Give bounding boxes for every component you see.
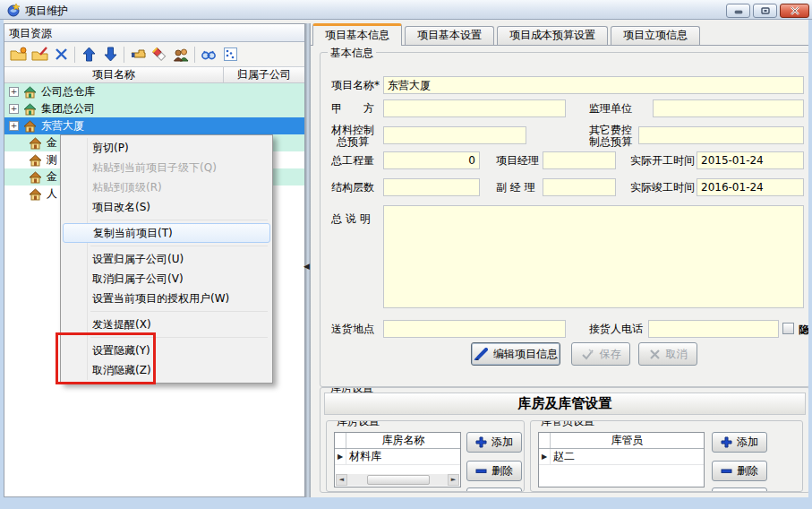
project-manager-input[interactable] [543,151,616,169]
table-row[interactable]: ▶ 材料库 [335,449,460,465]
window-border-bottom [0,497,812,509]
keeper-add-button[interactable]: 添加 [712,432,767,453]
expand-icon[interactable]: + [9,104,19,114]
actual-start-input[interactable]: 2015-01-24 [697,151,804,169]
plus-icon [475,436,487,448]
project-manager-label: 项目经理 [496,154,539,167]
horizontal-scrollbar[interactable]: ◄ ► [336,474,459,486]
warehouse-column-header: 库房名称 [346,433,460,448]
actual-end-label: 实际竣工时间 [630,181,695,194]
keeper-modify-button[interactable]: 修改 [712,487,767,492]
collapse-arrow-icon[interactable]: ◀ [303,262,310,271]
actual-end-input[interactable]: 2016-01-24 [697,178,804,196]
move-up-icon[interactable] [78,44,99,65]
menu-item-unset-subsidiary[interactable]: 取消归属子公司(V) [63,269,270,289]
tree-row-label: 金 [47,169,57,185]
menu-item-send-reminder[interactable]: 发送提醒(X) [63,315,270,334]
deputy-manager-input[interactable] [543,178,616,196]
tree-row-label: 人 [47,186,57,202]
house-icon [29,188,42,201]
column-project-name[interactable]: 项目名称 [4,67,224,82]
delivery-address-input[interactable] [383,320,566,338]
minimize-icon [733,7,744,15]
delete-icon[interactable] [50,44,72,65]
warehouse-add-button[interactable]: 添加 [466,432,522,453]
menu-item-paste-as-child: 粘贴到当前项目子级下(Q) [63,158,270,177]
material-budget-input[interactable] [383,126,526,144]
plus-icon [721,436,732,448]
tab-project-cost-budget-settings[interactable]: 项目成本预算设置 [497,26,608,45]
tree-column-header[interactable]: 项目名称 归属子公司 [4,67,304,83]
menu-item-set-subsidiary[interactable]: 设置归属子公司(U) [63,249,270,269]
sort-list-icon[interactable] [219,44,241,65]
warehouse-modify-button[interactable]: 修改 [466,487,522,492]
keeper-list-group: 库管员设置 库管员 ▶ 赵二 添加 [530,420,803,492]
total-quantity-input[interactable]: 0 [383,151,480,169]
minimize-button[interactable] [726,4,750,18]
search-icon[interactable] [198,44,219,65]
close-button[interactable] [780,4,809,18]
menu-item-rename-project[interactable]: 项目改名(S) [63,197,270,217]
basic-info-group: 基本信息 项目名称* 东营大厦 甲 方 监理单位 材料控制 总预算 其它费控 制… [320,52,810,387]
edit-folder-icon[interactable] [29,44,50,65]
warehouse-table-header: 库房名称 [335,433,460,449]
structure-floors-input[interactable] [383,178,480,196]
keeper-remove-button[interactable]: 删除 [712,461,767,481]
menu-item-copy-current-project[interactable]: 复制当前项目(T) [63,223,270,243]
pen-icon [474,348,488,360]
tab-project-basic-info[interactable]: 项目基本信息 [312,23,402,46]
warehouse-table[interactable]: 库房名称 ▶ 材料库 ◄ ► [334,432,461,487]
other-budget-input[interactable] [638,126,804,144]
expand-icon[interactable]: + [9,121,19,131]
panel-splitter[interactable]: ◀ [305,23,311,497]
title-bar: 项目维护 [0,0,812,20]
total-quantity-label: 总工程量 [331,154,374,167]
users-icon[interactable] [170,44,192,65]
house-icon [29,171,42,184]
cancel-button[interactable]: 取消 [638,342,697,366]
panel-title: 项目资源 [4,24,304,42]
project-name-input[interactable]: 东营大厦 [383,76,804,94]
summary-textarea[interactable] [383,205,804,308]
remove-label: 删除 [491,463,513,479]
warehouse-remove-button[interactable]: 删除 [466,461,522,481]
edit-project-info-button[interactable]: 编辑项目信息 [471,342,560,366]
eraser-icon[interactable] [149,44,170,65]
scrollbar-thumb[interactable] [367,475,430,485]
menu-item-set-authorized-users[interactable]: 设置当前项目的授权用户(W) [63,289,270,308]
supervisor-input[interactable] [653,99,804,117]
new-folder-icon[interactable] [7,44,29,65]
restore-button[interactable] [753,4,777,18]
tab-strip: 项目基本信息 项目基本设置 项目成本预算设置 项目立项信息 [311,23,808,46]
app-logo-icon [6,3,21,20]
table-row[interactable]: ▶ 赵二 [539,449,704,465]
menu-item-paste-to-top: 粘贴到顶级(R) [63,177,270,197]
tree-row-dongying-tower-selected[interactable]: + 东营大厦 [4,117,304,134]
menu-item-cut[interactable]: 剪切(P) [63,138,270,158]
column-subsidiary[interactable]: 归属子公司 [224,67,304,82]
keeper-table[interactable]: 库管员 ▶ 赵二 [538,432,705,487]
add-label: 添加 [491,435,513,450]
move-down-icon[interactable] [99,44,121,65]
hide-checkbox[interactable] [782,323,794,334]
toolbar-separator [194,47,195,63]
house-icon [29,154,42,167]
receiver-phone-input[interactable] [648,320,779,338]
modify-label: 修改 [492,490,514,492]
hand-select-icon[interactable] [127,44,149,65]
tab-project-approval-info[interactable]: 项目立项信息 [611,26,700,45]
scroll-right-arrow-icon[interactable]: ► [448,474,459,486]
tab-project-basic-settings[interactable]: 项目基本设置 [405,26,494,45]
scroll-left-arrow-icon[interactable]: ◄ [336,474,347,486]
warehouse-section-header: 库房及库管设置 [324,393,806,415]
app-window: 项目维护 项目资源 [0,0,812,509]
warehouse-name-cell: 材料库 [346,449,381,464]
tree-row-company-warehouse[interactable]: + 公司总仓库 [4,83,304,100]
expand-icon[interactable]: + [9,87,19,97]
window-title: 项目维护 [25,4,68,19]
party-a-input[interactable] [383,99,566,117]
save-button[interactable]: 保存 [571,342,630,366]
tree-row-group-company[interactable]: + 集团总公司 [4,100,304,117]
modify-label: 修改 [738,490,759,492]
building-icon [23,86,37,99]
